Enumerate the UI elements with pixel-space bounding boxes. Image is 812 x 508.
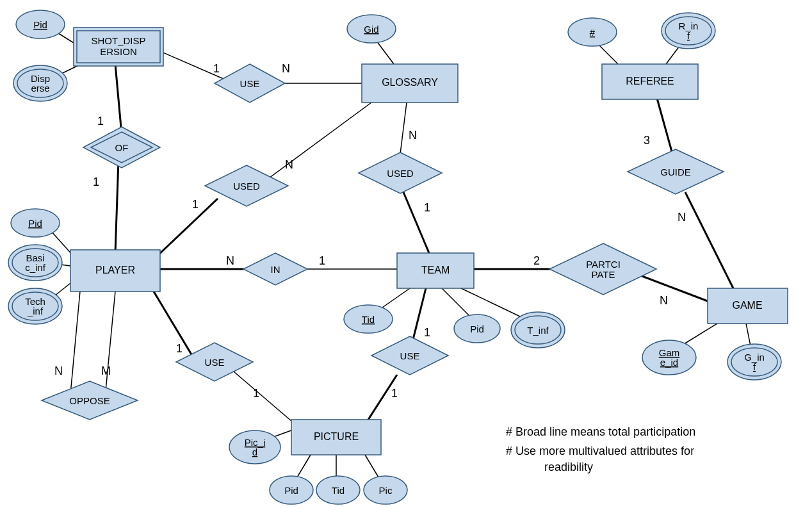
svg-text:GAME: GAME [732,300,762,311]
note-line1: # Broad line means total participation [506,425,695,438]
attr-pic-tid: Tid [316,476,360,504]
card-sd-of: 1 [97,115,104,127]
svg-text:PLAYER: PLAYER [95,265,135,275]
rel-oppose: OPPOSE [42,381,138,420]
card-tm-in: 1 [319,254,325,267]
svg-text:USE: USE [205,357,225,368]
attr-game-id: Gam e_id [642,340,696,375]
svg-text:Tid: Tid [332,485,345,496]
card-gm-part: N [660,294,668,307]
svg-line-6 [115,160,118,253]
card-gl-used-t: N [409,129,417,142]
card-pic-use-tm: 1 [391,387,398,400]
svg-line-14 [640,275,708,301]
svg-text:d: d [252,447,257,457]
rel-guide: GUIDE [628,149,724,194]
card-gl-use: N [282,62,290,75]
svg-text:erse: erse [31,83,49,94]
svg-text:GLOSSARY: GLOSSARY [382,77,438,88]
svg-text:Gid: Gid [364,24,378,35]
svg-text:SHOT_DISP: SHOT_DISP [91,35,145,46]
card-tm-part: 2 [533,254,540,267]
card-gl-used-p: N [285,158,293,171]
svg-text:USE: USE [400,350,420,361]
rel-used-tg: USED [359,152,442,193]
svg-text:Pid: Pid [33,19,47,30]
svg-text:#: # [590,27,596,38]
svg-text:OPPOSE: OPPOSE [69,395,110,406]
card-ref-guide: 3 [644,134,650,147]
attr-basic-inf: Basi c_inf [8,245,62,281]
attr-pic-id: Pic_i d [229,430,280,464]
svg-line-29 [154,291,192,356]
svg-line-7 [157,199,218,256]
attr-disperse: Disp erse [13,65,67,101]
attr-t-inf: T_inf [511,312,565,348]
svg-line-27 [70,291,80,394]
card-pl-use-pic: 1 [176,342,183,355]
svg-text:IN: IN [271,264,280,275]
card-tm-use-pic: 1 [424,326,430,339]
attr-t-pid: Pid [454,315,500,343]
rel-of: OF [83,127,160,168]
card-gm-guide: N [678,211,686,224]
svg-text:c_inf: c_inf [25,262,46,273]
entity-player: PLAYER [70,250,160,291]
card-pl-used: 1 [192,198,199,211]
svg-text:USED: USED [233,181,260,192]
entity-referee: REFEREE [602,64,698,99]
card-sd-use: 1 [213,62,220,75]
svg-text:Pic: Pic [379,485,393,496]
attr-r-inf: R_in f [662,13,715,49]
rel-participate: PARTCI PATE [549,243,656,295]
attr-pic-pid: Pid [270,476,313,504]
attr-tech-inf: Tech _inf [8,288,62,324]
attr-sd-pid: Pid [16,10,65,38]
svg-text:USED: USED [387,168,414,179]
svg-text:T_inf: T_inf [527,325,549,336]
svg-text:REFEREE: REFEREE [626,76,674,86]
svg-text:ERSION: ERSION [100,46,137,57]
svg-text:Pid: Pid [470,324,484,334]
svg-line-8 [269,102,371,178]
attr-p-pid: Pid [11,209,60,237]
svg-text:Tid: Tid [362,314,375,325]
attr-g-inf: G_in f [727,344,781,380]
svg-text:Pid: Pid [284,485,298,496]
note-line3: readibility [544,461,593,473]
note-line2: # Use more multivalued attributes for [506,445,694,457]
card-pic-use-pl: 1 [253,387,259,400]
entity-glossary: GLOSSARY [362,64,458,102]
svg-text:OF: OF [115,142,129,153]
card-pl-of: 1 [93,176,99,188]
svg-text:e_id: e_id [660,357,678,368]
svg-line-15 [656,96,672,154]
svg-text:PARTCI: PARTCI [586,259,621,270]
entity-picture: PICTURE [291,420,381,455]
attr-tid: Tid [344,305,393,333]
rel-use-team-picture: USE [371,336,448,375]
svg-text:GUIDE: GUIDE [660,167,691,177]
svg-text:PATE: PATE [592,269,615,280]
card-tm-used: 1 [424,201,430,214]
card-pl-opp-m: M [101,365,111,377]
entity-game: GAME [708,288,788,324]
attr-pic: Pic [364,476,407,504]
entity-team: TEAM [397,253,474,288]
attr-ref-num: # [568,18,617,46]
attr-gid: Gid [347,15,396,43]
svg-text:_inf: _inf [27,306,44,316]
svg-text:TEAM: TEAM [421,265,450,275]
card-pl-opp-n: N [54,365,63,377]
svg-text:USE: USE [240,78,260,89]
svg-text:PICTURE: PICTURE [314,431,359,442]
card-pl-in: N [226,254,234,267]
rel-in: IN [243,253,307,285]
svg-line-5 [115,64,122,135]
svg-line-16 [685,192,733,288]
entity-shot-dispersion: SHOT_DISP ERSION [74,28,163,66]
svg-text:Pid: Pid [28,218,42,229]
svg-line-9 [400,102,407,154]
rel-use-sd-gl: USE [215,64,285,102]
